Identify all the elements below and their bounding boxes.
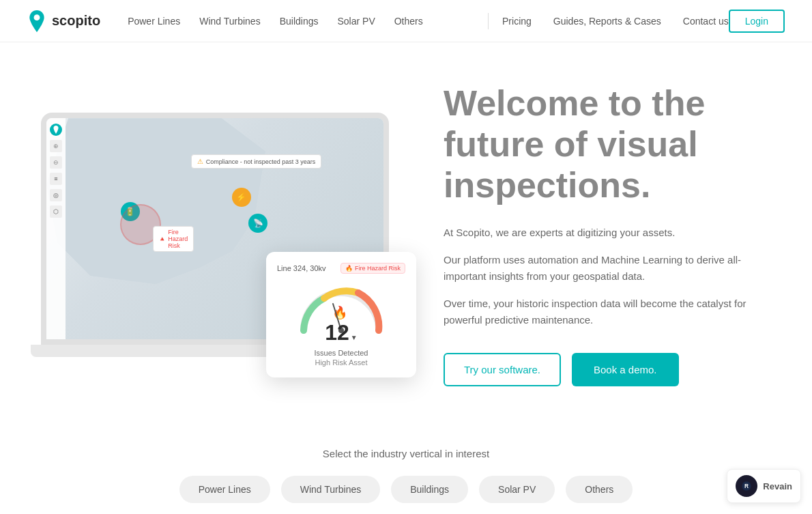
gauge-arrow: ▼ — [351, 334, 358, 341]
revain-widget[interactable]: R Revain — [727, 469, 801, 503]
card-risk-label: High Risk Asset — [277, 358, 405, 367]
fire-text: Fire Hazard Risk — [168, 229, 188, 249]
nav-wind-turbines[interactable]: Wind Turbines — [199, 16, 260, 27]
nav-guides[interactable]: Guides, Reports & Cases — [553, 16, 661, 27]
gauge-container: 🔥 12 ▼ — [277, 279, 405, 343]
fire-label: 🔺 Fire Hazard Risk — [153, 226, 194, 252]
industry-btn-solar-pv[interactable]: Solar PV — [479, 476, 555, 503]
fire-badge-text: Fire Hazard Risk — [355, 265, 401, 272]
gauge-number-group: 12 ▼ — [325, 328, 358, 343]
industry-section: Select the industry vertical in interest… — [0, 414, 812, 514]
svg-point-0 — [34, 14, 40, 20]
map-sidebar-icon — [50, 124, 62, 136]
hero-left: ⊕ ⊖ ≡ ◎ ⬡ 🔋 ⚠ Compliance - not — [41, 113, 389, 357]
industry-buttons: Power Lines Wind Turbines Buildings Sola… — [27, 476, 785, 503]
nav-links-left: Power Lines Wind Turbines Buildings Sola… — [128, 16, 423, 27]
industry-title: Select the industry vertical in interest — [27, 448, 785, 459]
nav-right: Login — [729, 10, 785, 33]
card-fire-badge: 🔥 Fire Hazard Risk — [340, 263, 405, 274]
navbar: scopito Power Lines Wind Turbines Buildi… — [0, 0, 812, 42]
nav-buildings[interactable]: Buildings — [280, 16, 319, 27]
nav-links-right: Pricing Guides, Reports & Cases Contact … — [502, 16, 729, 27]
nav-power-lines[interactable]: Power Lines — [128, 16, 180, 27]
map-sidebar-icon-4: ≡ — [50, 173, 62, 185]
marker-circle-orange: ⚡ — [232, 188, 251, 207]
map-sidebar: ⊕ ⊖ ≡ ◎ ⬡ — [46, 118, 66, 339]
industry-btn-power-lines[interactable]: Power Lines — [179, 476, 270, 503]
svg-text:R: R — [744, 483, 749, 489]
fire-hazard-area: 🔺 Fire Hazard Risk — [141, 225, 182, 266]
nav-divider — [488, 13, 489, 29]
map-marker-orange-group: ⚠ Compliance - not inspected past 3 year… — [232, 173, 363, 207]
gauge-number: 12 — [325, 322, 349, 343]
hero-title: Welcome to the future of visual inspecti… — [444, 83, 771, 205]
industry-btn-buildings[interactable]: Buildings — [391, 476, 468, 503]
hero-desc1: At Scopito, we are experts at digitizing… — [444, 225, 771, 241]
card-header: Line 324, 30kv 🔥 Fire Hazard Risk — [277, 263, 405, 274]
login-button[interactable]: Login — [729, 10, 785, 33]
nav-contact[interactable]: Contact us — [683, 16, 729, 27]
hero-right: Welcome to the future of visual inspecti… — [389, 83, 771, 386]
hero-section: ⊕ ⊖ ≡ ◎ ⬡ 🔋 ⚠ Compliance - not — [0, 42, 812, 414]
laptop-container: ⊕ ⊖ ≡ ◎ ⬡ 🔋 ⚠ Compliance - not — [41, 113, 389, 357]
revain-icon: R — [736, 475, 757, 497]
nav-pricing[interactable]: Pricing — [502, 16, 532, 27]
hero-desc3: Over time, your historic inspection data… — [444, 296, 771, 328]
fire-icon: 🔺 — [158, 235, 166, 242]
brand-name: scopito — [52, 13, 100, 29]
card-issues-label: Issues Detected — [277, 349, 405, 357]
compliance-text: Compliance - not inspected past 3 years — [206, 158, 316, 165]
map-sidebar-icon-2: ⊕ — [50, 140, 62, 152]
map-sidebar-icon-6: ⬡ — [50, 205, 62, 218]
compliance-tooltip: ⚠ Compliance - not inspected past 3 year… — [191, 154, 322, 169]
industry-btn-wind-turbines[interactable]: Wind Turbines — [281, 476, 380, 503]
fire-badge-icon: 🔥 — [345, 265, 353, 272]
hero-desc2: Our platform uses automation and Machine… — [444, 252, 771, 285]
warn-icon: ⚠ — [197, 158, 203, 165]
marker-circle-teal-2: 📡 — [248, 214, 267, 233]
try-software-button[interactable]: Try our software. — [444, 353, 561, 386]
map-sidebar-icon-3: ⊖ — [50, 156, 62, 169]
revain-label: Revain — [763, 481, 792, 491]
card-line-label: Line 324, 30kv — [277, 264, 326, 272]
map-sidebar-icon-5: ◎ — [50, 189, 62, 201]
nav-others[interactable]: Others — [394, 16, 423, 27]
hero-buttons: Try our software. Book a demo. — [444, 353, 771, 386]
nav-solar-pv[interactable]: Solar PV — [337, 16, 375, 27]
dashboard-card: Line 324, 30kv 🔥 Fire Hazard Risk — [266, 252, 416, 377]
industry-btn-others[interactable]: Others — [566, 476, 633, 503]
book-demo-button[interactable]: Book a demo. — [572, 353, 679, 386]
brand-logo[interactable]: scopito — [27, 10, 100, 32]
map-marker-teal-2: 📡 — [248, 214, 267, 233]
